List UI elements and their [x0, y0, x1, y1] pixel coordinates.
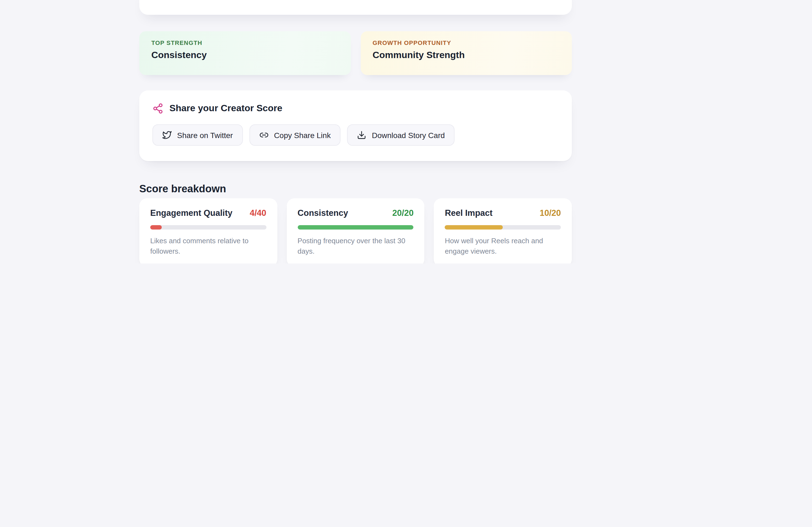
copy-share-link-label: Copy Share Link [274, 131, 331, 139]
progress-bar-fill [298, 225, 414, 229]
metric-description: Likes and comments relative to followers… [150, 236, 266, 257]
highlights-row: TOP STRENGTH Consistency GROWTH OPPORTUN… [139, 31, 572, 75]
metric-title: Engagement Quality [150, 208, 232, 218]
link-icon [259, 130, 269, 140]
metric-description: How well your Reels reach and engage vie… [445, 236, 561, 257]
progress-bar-fill [150, 225, 162, 229]
metric-description: Posting frequency over the last 30 days. [298, 236, 414, 257]
progress-bar [150, 225, 266, 229]
share-on-twitter-label: Share on Twitter [177, 131, 233, 139]
score-breakdown-heading: Score breakdown [139, 183, 226, 195]
metric-title: Consistency [298, 208, 348, 218]
share-on-twitter-button[interactable]: Share on Twitter [153, 124, 243, 146]
metric-score: 20/20 [392, 208, 414, 218]
download-story-card-button[interactable]: Download Story Card [347, 124, 454, 146]
share-card: Share your Creator Score Share on Twitte… [139, 90, 572, 161]
metric-title: Reel Impact [445, 208, 493, 218]
share-card-title: Share your Creator Score [170, 103, 282, 114]
growth-opportunity-value: Community Strength [373, 50, 560, 61]
progress-bar-fill [445, 225, 503, 229]
twitter-icon [162, 130, 172, 140]
breakdown-card-consistency: Consistency 20/20 Posting frequency over… [287, 198, 424, 264]
share-icon [153, 103, 163, 114]
copy-share-link-button[interactable]: Copy Share Link [249, 124, 340, 146]
breakdown-card-reel-impact: Reel Impact 10/20 How well your Reels re… [434, 198, 572, 264]
page: TOP STRENGTH Consistency GROWTH OPPORTUN… [0, 0, 812, 264]
growth-opportunity-card: GROWTH OPPORTUNITY Community Strength [361, 31, 572, 75]
growth-opportunity-label: GROWTH OPPORTUNITY [373, 40, 560, 46]
metric-score: 10/20 [539, 208, 561, 218]
top-strength-value: Consistency [151, 50, 338, 61]
download-icon [357, 130, 366, 140]
share-card-header: Share your Creator Score [153, 103, 559, 114]
progress-bar [445, 225, 561, 229]
previous-card-bottom-edge [139, 0, 572, 15]
progress-bar [298, 225, 414, 229]
breakdown-card-engagement-quality: Engagement Quality 4/40 Likes and commen… [139, 198, 277, 264]
top-strength-card: TOP STRENGTH Consistency [139, 31, 351, 75]
top-strength-label: TOP STRENGTH [151, 40, 338, 46]
share-buttons: Share on Twitter Copy Share Link Downloa… [153, 124, 559, 146]
download-story-card-label: Download Story Card [372, 131, 445, 139]
score-breakdown-grid: Engagement Quality 4/40 Likes and commen… [139, 198, 572, 264]
metric-score: 4/40 [250, 208, 266, 218]
